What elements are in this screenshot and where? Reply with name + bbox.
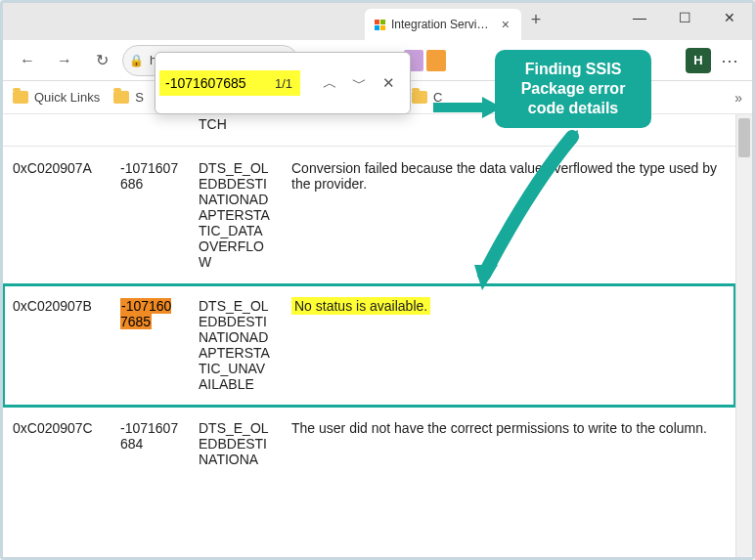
find-count: 1/1 [267, 70, 300, 96]
new-tab-button[interactable]: + [521, 10, 551, 30]
bookmark-label: S [135, 90, 144, 105]
cell-desc: No status is available. [282, 284, 735, 407]
refresh-button[interactable]: ↻ [85, 44, 118, 77]
cell-hex [3, 114, 111, 147]
microsoft-icon [375, 20, 385, 30]
table-row: 0xC020907A -1071607686 DTS_E_OLEDBDESTIN… [3, 147, 735, 284]
browser-tab[interactable]: Integration Services × [365, 9, 521, 40]
tab-title: Integration Services [391, 18, 492, 31]
error-code-table: TCH 0xC020907A -1071607686 DTS_E_OLEDBDE… [3, 114, 735, 481]
svg-marker-0 [433, 97, 502, 118]
vertical-scrollbar[interactable] [735, 114, 752, 557]
annotation-arrow-icon [470, 130, 588, 296]
find-next-button[interactable]: ﹀ [345, 69, 373, 97]
find-input[interactable] [159, 70, 267, 96]
bookmark-s[interactable]: S [113, 90, 144, 105]
table-row-highlighted: 0xC020907B -1071607685 DTS_E_OLEDBDESTIN… [3, 284, 735, 407]
find-match-highlight: -1071607685 [120, 298, 171, 329]
cell-desc: The user did not have the correct permis… [282, 407, 735, 482]
cell-dec [111, 114, 189, 147]
cell-name: TCH [189, 114, 282, 147]
bookmark-quick-links[interactable]: Quick Links [13, 90, 100, 105]
bookmarks-overflow-icon[interactable]: » [734, 90, 742, 106]
cell-name: DTS_E_OLEDBDESTINATIONADAPTERSTATIC_UNAV… [189, 284, 282, 407]
chip-orange[interactable] [426, 50, 446, 71]
callout-text: Finding SSIS Package error code details [521, 61, 626, 116]
find-in-page-bar: 1/1 ︿ ﹀ ✕ [155, 52, 411, 114]
cell-hex: 0xC020907B [3, 284, 111, 407]
annotation-arrow-icon [433, 93, 502, 122]
cell-dec: -1071607684 [111, 407, 189, 482]
window-controls: ― ☐ ✕ [617, 3, 752, 32]
back-button[interactable]: ← [11, 44, 44, 77]
svg-marker-2 [474, 265, 498, 290]
page-content: TCH 0xC020907A -1071607686 DTS_E_OLEDBDE… [3, 114, 752, 557]
menu-button[interactable]: ⋯ [715, 50, 744, 71]
cell-name: DTS_E_OLEDBDESTINATIONADAPTERSTATIC_DATA… [189, 147, 282, 284]
find-prev-button[interactable]: ︿ [316, 69, 343, 97]
find-close-button[interactable]: ✕ [375, 69, 402, 97]
maximize-button[interactable]: ☐ [662, 3, 707, 32]
window-titlebar: Integration Services × + ― ☐ ✕ [3, 3, 752, 40]
folder-icon [412, 91, 427, 104]
close-window-button[interactable]: ✕ [707, 3, 752, 32]
cell-hex: 0xC020907A [3, 147, 111, 284]
cell-dec: -1071607686 [111, 147, 189, 284]
minimize-button[interactable]: ― [617, 3, 662, 32]
lock-icon: 🔒 [129, 54, 144, 67]
forward-button[interactable]: → [48, 44, 81, 77]
annotation-callout: Finding SSIS Package error code details [495, 50, 651, 128]
profile-avatar[interactable]: H [686, 48, 711, 73]
folder-icon [113, 91, 129, 104]
cell-name: DTS_E_OLEDBDESTINATIONA [189, 407, 282, 482]
table-row: 0xC020907C -1071607684 DTS_E_OLEDBDESTIN… [3, 407, 735, 482]
close-tab-icon[interactable]: × [498, 17, 513, 32]
cell-dec: -1071607685 [111, 284, 189, 407]
cell-hex: 0xC020907C [3, 407, 111, 482]
bookmark-label: Quick Links [34, 90, 100, 105]
desc-highlight: No status is available. [291, 297, 430, 315]
folder-icon [13, 91, 28, 104]
scrollbar-thumb[interactable] [738, 118, 750, 157]
